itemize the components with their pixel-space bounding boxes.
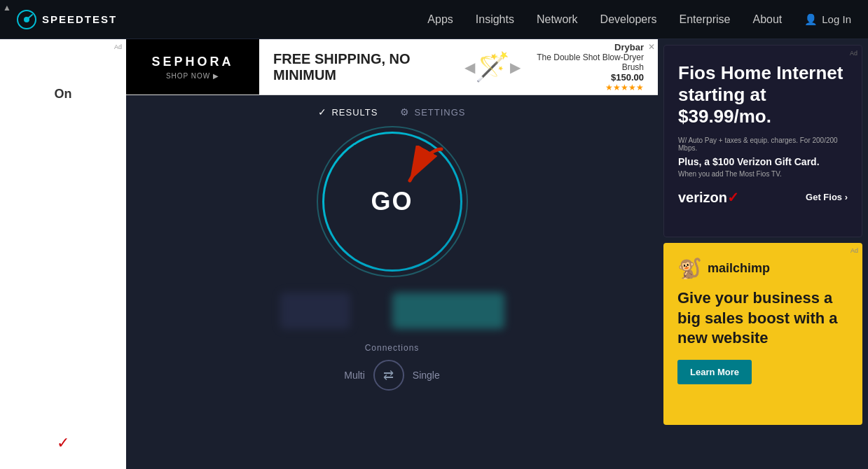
drybar-ad-close[interactable]: ✕	[648, 42, 655, 52]
go-arrow-icon	[378, 146, 455, 209]
connection-toggle-button[interactable]: ⇄	[373, 360, 404, 391]
header: SPEEDTEST Apps Insights Network Develope…	[0, 0, 868, 39]
tab-settings[interactable]: ⚙ SETTINGS	[400, 106, 465, 118]
verizon-check-icon: ✓	[57, 434, 69, 463]
nav-insights[interactable]: Insights	[476, 13, 514, 26]
main-content: ▲ SEPHORA SHOP NOW ▶ ✕ FREE SHIPPING, NO…	[126, 39, 658, 469]
mailchimp-ad-label: Ad	[850, 247, 858, 254]
sephora-ad[interactable]: ▲ SEPHORA SHOP NOW ▶	[126, 39, 259, 94]
speedtest-area: ✓ RESULTS ⚙ SETTINGS GO	[126, 95, 658, 469]
logo-text: SPEEDTEST	[42, 13, 117, 25]
login-button[interactable]: 👤 Log In	[804, 13, 851, 26]
nav-about[interactable]: About	[752, 13, 782, 26]
right-ads: Ad Fios Home Internet starting at $39.99…	[658, 39, 868, 469]
nav-enterprise[interactable]: Enterprise	[680, 13, 731, 26]
nav-developers[interactable]: Developers	[600, 13, 657, 26]
login-label: Log In	[822, 13, 851, 25]
tab-results[interactable]: ✓ RESULTS	[318, 106, 378, 118]
tab-settings-label: SETTINGS	[414, 107, 465, 118]
verizon-logo-text: verizon	[678, 190, 727, 205]
multi-label: Multi	[344, 370, 365, 381]
verizon-checkmark-icon: ✓	[727, 190, 739, 205]
user-icon: 👤	[804, 13, 818, 26]
mailchimp-logo-text: mailchimp	[708, 261, 770, 276]
sephora-logo: SEPHORA	[151, 55, 233, 69]
speedtest-tabs: ✓ RESULTS ⚙ SETTINGS	[318, 106, 465, 118]
verizon-offer-sub: When you add The Most Fios TV.	[678, 170, 848, 178]
nav-network[interactable]: Network	[537, 13, 578, 26]
drybar-shipping: FREE SHIPPING, NO MINIMUM	[273, 51, 464, 83]
mailchimp-headline: Give your business a big sales boost wit…	[677, 288, 848, 349]
stat-download	[280, 293, 350, 329]
ad-label-left: Ad	[114, 43, 122, 50]
verizon-sub: W/ Auto Pay + taxes & equip. charges. Fo…	[678, 136, 848, 152]
results-icon: ✓	[318, 106, 327, 118]
drybar-brand: Drybar	[521, 42, 644, 52]
mailchimp-monkey-icon: 🐒	[677, 257, 702, 280]
sephora-cta[interactable]: SHOP NOW ▶	[166, 72, 219, 80]
settings-icon: ⚙	[400, 106, 410, 118]
verizon-offer: Plus, a $100 Verizon Gift Card.	[678, 156, 848, 167]
drybar-product-name: The Double Shot Blow-Dryer Brush	[521, 52, 644, 72]
verizon-footer: verizon✓ Get Fios ›	[678, 189, 848, 206]
stat-speed-display	[392, 293, 504, 329]
connections-toggle: Multi ⇄ Single	[344, 360, 439, 391]
mailchimp-cta-button[interactable]: Learn More	[677, 360, 752, 384]
connections-label: Connections	[365, 343, 420, 353]
drybar-price: $150.00	[521, 72, 644, 83]
verizon-headline: Fios Home Internet starting at $39.99/mo…	[678, 62, 848, 128]
top-ad-banner: ▲ SEPHORA SHOP NOW ▶ ✕ FREE SHIPPING, NO…	[126, 39, 658, 95]
stats-row	[280, 293, 504, 329]
tab-results-label: RESULTS	[331, 107, 378, 118]
verizon-cta-button[interactable]: Get Fios ›	[806, 192, 848, 202]
drybar-stars: ★★★★★	[521, 83, 644, 92]
mailchimp-ad: Ad 🐒 mailchimp Give your business a big …	[663, 243, 862, 425]
drybar-prev-icon[interactable]: ◀	[464, 59, 475, 76]
left-ad: Ad On ✓	[0, 39, 126, 469]
speedtest-logo-icon	[17, 10, 36, 29]
go-button-container: GO	[322, 132, 462, 272]
drybar-product-image: 🪄	[475, 50, 510, 83]
left-ad-on-text: On	[55, 45, 72, 102]
verizon-ad: Ad Fios Home Internet starting at $39.99…	[663, 45, 862, 237]
drybar-left: FREE SHIPPING, NO MINIMUM	[273, 51, 464, 83]
nav-apps[interactable]: Apps	[427, 13, 453, 26]
verizon-ad-label: Ad	[850, 50, 857, 57]
main-nav: Apps Insights Network Developers Enterpr…	[427, 13, 851, 26]
page-layout: Ad On ✓ ▲ SEPHORA SHOP NOW ▶ ✕ FREE SHIP…	[0, 39, 868, 469]
mailchimp-logo-area: 🐒 mailchimp	[677, 257, 848, 280]
toggle-icon: ⇄	[383, 368, 394, 383]
logo[interactable]: SPEEDTEST	[17, 10, 117, 29]
drybar-ad: ✕ FREE SHIPPING, NO MINIMUM ◀ 🪄 ▶ Drybar…	[259, 39, 658, 94]
drybar-info: Drybar The Double Shot Blow-Dryer Brush …	[521, 42, 644, 92]
drybar-next-icon[interactable]: ▶	[510, 59, 521, 76]
verizon-logo: verizon✓	[678, 189, 739, 206]
verizon-cta-label: Get Fios ›	[806, 192, 848, 202]
connections-area: Connections Multi ⇄ Single	[344, 343, 439, 391]
single-label: Single	[413, 370, 440, 381]
